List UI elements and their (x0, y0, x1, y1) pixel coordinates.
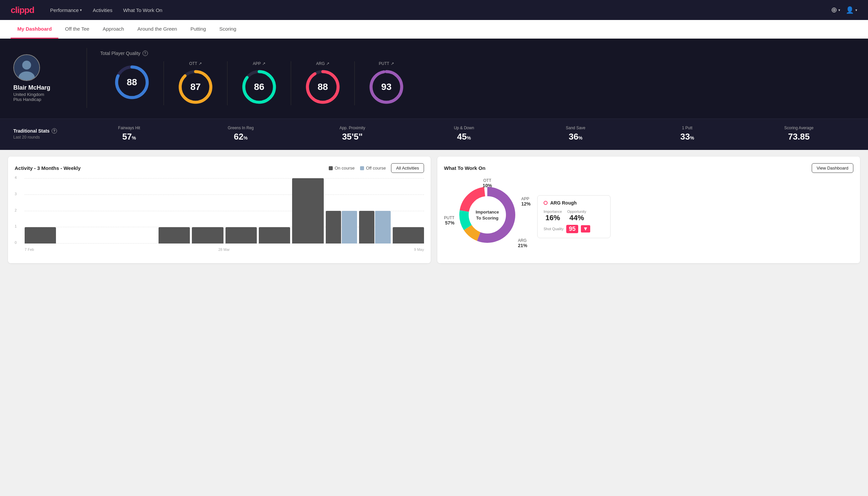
gauge-arg-container: 88 (304, 68, 341, 105)
tab-putting[interactable]: Putting (184, 20, 213, 38)
gauge-arg: ARG ↗ 88 (291, 61, 355, 105)
bar-group (92, 243, 123, 244)
gauge-arg-score: 88 (317, 82, 328, 92)
bar-group (159, 227, 190, 244)
stat-up-and-down: Up & Down 45% (408, 126, 520, 142)
bar-group (58, 243, 89, 244)
trad-label: Traditional Stats ? Last 20 rounds (13, 128, 73, 140)
bar-group (292, 178, 323, 244)
nav-what-to-work-on[interactable]: What To Work On (123, 6, 162, 14)
tpq-help-icon[interactable]: ? (143, 51, 148, 56)
bar-group (359, 211, 390, 244)
tab-off-the-tee[interactable]: Off the Tee (58, 20, 96, 38)
bar-on-course (292, 178, 323, 244)
bar-on-course (192, 227, 223, 244)
tab-my-dashboard[interactable]: My Dashboard (11, 20, 58, 38)
info-opportunity: Opportunity 44% (567, 210, 586, 222)
bar-on-course (225, 227, 257, 244)
player-name: Blair McHarg (13, 84, 50, 91)
gauge-ott-label: OTT ↗ (189, 61, 202, 66)
view-dashboard-button[interactable]: View Dashboard (812, 163, 853, 173)
gauge-app-label: APP ↗ (253, 61, 266, 66)
hero-section: Blair McHarg United Kingdom Plus Handica… (0, 38, 868, 119)
logo: clippd (11, 5, 34, 15)
donut-label-app: APP 12% (521, 197, 531, 206)
bar-group (125, 243, 156, 244)
bar-group (326, 211, 357, 244)
svg-point-1 (22, 61, 31, 69)
bar-group (25, 227, 56, 244)
gauge-ott: OTT ↗ 87 (164, 61, 227, 105)
gauge-putt-label: PUTT ↗ (379, 61, 394, 66)
bar-chart (25, 178, 424, 244)
top-nav: clippd Performance ▾ Activities What To … (0, 0, 868, 20)
legend-on-course: On course (329, 166, 355, 171)
wtwon-header: What To Work On View Dashboard (444, 163, 853, 173)
bar-on-course (25, 227, 56, 244)
svg-text:To Scoring: To Scoring (476, 216, 499, 220)
wtwon-content: OTT 10% APP 12% ARG 21% PUTT (444, 178, 853, 255)
info-card-title: ARG Rough (543, 200, 604, 205)
gauge-putt-container: 93 (368, 68, 405, 105)
tpq-section: Total Player Quality ? 88 OTT ↗ (100, 51, 855, 105)
wtwon-info-card: ARG Rough Importance 16% Opportunity 44%… (537, 195, 611, 238)
activity-header: Activity - 3 Months - Weekly On course O… (15, 163, 424, 173)
stats-section: Traditional Stats ? Last 20 rounds Fairw… (0, 119, 868, 150)
tab-scoring[interactable]: Scoring (212, 20, 243, 38)
stats-help-icon[interactable]: ? (52, 128, 57, 134)
tpq-label: Total Player Quality ? (100, 51, 855, 56)
donut-label-arg: ARG 21% (518, 238, 527, 248)
bar-group (192, 227, 223, 244)
gauge-ott-container: 87 (177, 68, 214, 105)
info-shot-quality: Shot Quality 95 ▼ (543, 225, 604, 233)
avatar (13, 54, 40, 81)
gauge-app-container: 86 (241, 68, 278, 105)
trad-sub: Last 20 rounds (13, 135, 73, 140)
gauge-putt-score: 93 (381, 82, 391, 92)
bar-group (225, 227, 257, 244)
stat-one-putt: 1 Putt 33% (632, 126, 743, 142)
info-metrics: Importance 16% Opportunity 44% (543, 210, 604, 222)
x-axis-labels: 7 Feb 28 Mar 9 May (25, 248, 424, 251)
svg-text:Importance: Importance (476, 210, 499, 215)
trad-title: Traditional Stats ? (13, 128, 73, 134)
vertical-divider (86, 48, 87, 108)
gauge-ott-score: 87 (190, 82, 201, 92)
activity-card: Activity - 3 Months - Weekly On course O… (8, 157, 431, 263)
stat-fairways-hit: Fairways Hit 57% (73, 126, 185, 142)
bar-off-course (342, 211, 357, 244)
activity-legend: On course Off course (329, 166, 386, 171)
bar-off-course (375, 211, 390, 244)
bar-on-course (359, 211, 374, 244)
player-handicap: Plus Handicap (13, 97, 41, 102)
shot-quality-badge: 95 (566, 225, 578, 233)
bottom-section: Activity - 3 Months - Weekly On course O… (0, 150, 868, 270)
stat-scoring-average: Scoring Average 73.85 (743, 126, 855, 142)
add-button[interactable]: ⊕ ▾ (831, 6, 840, 14)
player-info: Blair McHarg United Kingdom Plus Handica… (13, 54, 73, 102)
player-country: United Kingdom (13, 92, 44, 97)
down-arrow-badge: ▼ (581, 225, 590, 233)
user-menu[interactable]: 👤 ▾ (846, 6, 857, 14)
legend-off-course: Off course (360, 166, 386, 171)
nav-performance[interactable]: Performance ▾ (50, 6, 82, 14)
stat-greens-in-reg: Greens In Reg 62% (185, 126, 297, 142)
bar-on-course (393, 227, 424, 244)
bar-on-course (326, 211, 341, 244)
stat-sand-save: Sand Save 36% (520, 126, 632, 142)
nav-activities[interactable]: Activities (93, 6, 112, 14)
gauge-putt: PUTT ↗ 93 (355, 61, 418, 105)
donut-chart: Importance To Scoring (457, 185, 517, 245)
activity-title: Activity - 3 Months - Weekly (15, 165, 81, 171)
gauge-main-container: 88 (114, 64, 150, 100)
tab-around-the-green[interactable]: Around the Green (130, 20, 184, 38)
wtwon-card: What To Work On View Dashboard OTT 10% A… (437, 157, 860, 263)
tab-approach[interactable]: Approach (96, 20, 130, 38)
gauge-main: 88 (100, 61, 164, 105)
gauge-arg-label: ARG ↗ (316, 61, 329, 66)
gauge-main-score: 88 (127, 77, 137, 88)
gauge-app: APP ↗ 86 (227, 61, 291, 105)
tabs-bar: My Dashboard Off the Tee Approach Around… (0, 20, 868, 38)
gauge-app-score: 86 (254, 82, 264, 92)
all-activities-button[interactable]: All Activities (391, 163, 424, 173)
